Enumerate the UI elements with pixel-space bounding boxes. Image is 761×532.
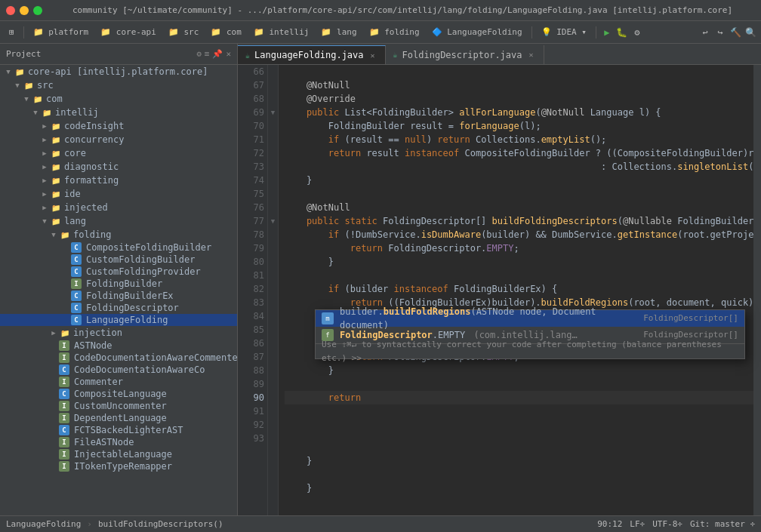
- fold-77[interactable]: ▼: [268, 214, 278, 228]
- sidebar-close-icon[interactable]: ✕: [226, 49, 231, 59]
- sidebar-item-CodeDocumentationAwareCommenter[interactable]: I CodeDocumentationAwareCommenter: [0, 352, 237, 364]
- sidebar-item-diagnostic[interactable]: ▶ 📁 diagnostic: [0, 160, 237, 174]
- code-editor[interactable]: 66 67 68 69 70 71 72 73 74 75 76 77 78 7…: [238, 65, 761, 515]
- autocomplete-item-buildFoldRegions[interactable]: m builder.buildFoldRegions(ASTNode node,…: [316, 310, 744, 327]
- fold-69[interactable]: ▼: [268, 106, 278, 119]
- sidebar-item-Commenter[interactable]: I Commenter: [0, 376, 237, 388]
- sidebar-item-CompositeFoldingBuilder[interactable]: C CompositeFoldingBuilder: [0, 241, 237, 254]
- toolbar-core-api[interactable]: 📁 core-api: [96, 26, 161, 38]
- brace-74: }: [285, 174, 312, 187]
- sidebar-item-FoldingBuilder[interactable]: I FoldingBuilder: [0, 278, 237, 290]
- sidebar-item-ide[interactable]: ▶ 📁 ide: [0, 187, 237, 201]
- fold-92: [268, 418, 278, 432]
- vcs-status[interactable]: Git: master ÷: [690, 519, 755, 529]
- sidebar-item-CustomFoldingBuilder[interactable]: C CustomFoldingBuilder: [0, 254, 237, 266]
- toolbar-folding[interactable]: 📁 folding: [365, 26, 424, 38]
- tree-arrow-FCTSBackedLighterAST: [48, 425, 59, 435]
- sidebar-item-com[interactable]: ▼ 📁 com: [0, 92, 237, 106]
- sidebar-item-ITokenTypeRemapper[interactable]: I ITokenTypeRemapper: [0, 460, 237, 472]
- search-icon[interactable]: 🔍: [744, 26, 756, 38]
- sidebar-label-core-api: core-api [intellij.platform.core]: [28, 66, 208, 77]
- cursor-position[interactable]: 90:12: [597, 519, 622, 529]
- toolbar-com[interactable]: 📁 com: [206, 26, 246, 38]
- minimize-button[interactable]: [20, 6, 29, 15]
- sidebar-item-injected[interactable]: ▶ 📁 injected: [0, 201, 237, 214]
- folder-icon-injection: 📁: [59, 327, 71, 339]
- code-content[interactable]: @NotNull @Override public List<FoldingBu…: [279, 65, 761, 515]
- fold-93: [268, 432, 278, 445]
- line-num-89: 89: [241, 377, 264, 391]
- sidebar-item-src[interactable]: ▼ 📁 src: [0, 78, 237, 92]
- fold-86: [268, 337, 278, 350]
- fold-67: [268, 78, 278, 92]
- line-ending[interactable]: LF÷: [630, 519, 645, 529]
- breadcrumb-1: LanguageFolding: [6, 519, 81, 529]
- line-num-66: 66: [241, 65, 264, 78]
- toolbar-platform[interactable]: 📁 platform: [29, 26, 94, 38]
- toolbar-project[interactable]: ⊞: [5, 26, 19, 38]
- sidebar-expand-icon[interactable]: ≡: [205, 49, 210, 59]
- sidebar-item-core[interactable]: ▶ 📁 core: [0, 146, 237, 160]
- sidebar-item-LanguageFolding[interactable]: C LanguageFolding: [0, 314, 237, 326]
- fn-singletonList-73: singletonList: [677, 160, 748, 174]
- fold-76: [268, 201, 278, 214]
- sidebar-pin-icon[interactable]: 📌: [212, 49, 223, 59]
- sidebar-item-lang[interactable]: ▼ 📁 lang: [0, 214, 237, 228]
- brace-91: }: [285, 454, 312, 468]
- fold-68: [268, 92, 278, 106]
- punct-82b: ) {: [541, 282, 558, 296]
- sidebar-item-injection[interactable]: ▶ 📁 injection: [0, 326, 237, 340]
- fold-90: [268, 391, 278, 404]
- tab-LanguageFolding[interactable]: ☕ LanguageFolding.java ✕: [238, 45, 386, 64]
- file-encoding[interactable]: UTF-8÷: [652, 519, 682, 529]
- sidebar-item-FileASTNode[interactable]: I FileASTNode: [0, 436, 237, 448]
- sidebar-item-FoldingBuilderEx[interactable]: C FoldingBuilderEx: [0, 290, 237, 302]
- sidebar-item-DependentLanguage[interactable]: I DependentLanguage: [0, 412, 237, 424]
- editor-scrollbar[interactable]: [753, 65, 761, 515]
- fn-getInstance-78: getInstance: [618, 228, 677, 241]
- sidebar-item-ASTNode[interactable]: I ASTNode: [0, 340, 237, 352]
- toolbar-src[interactable]: 📁 src: [164, 26, 204, 38]
- sidebar-gear-icon[interactable]: ⚙: [196, 49, 202, 59]
- sidebar-item-folding[interactable]: ▼ 📁 folding: [0, 228, 237, 241]
- sidebar-item-CustomUncommenter[interactable]: I CustomUncommenter: [0, 400, 237, 412]
- autocomplete-popup[interactable]: m builder.buildFoldRegions(ASTNode node,…: [315, 309, 745, 359]
- type-cast-72: CompositeFoldingBuilder: [618, 146, 743, 160]
- line-num-78: 78: [241, 228, 264, 241]
- sidebar-item-formatting[interactable]: ▶ 📁 formatting: [0, 174, 237, 187]
- fn-buildFoldingDescriptors-77: buildFoldingDescriptors: [492, 214, 618, 228]
- debug-icon[interactable]: 🐛: [616, 26, 628, 38]
- kw-public-77: public: [285, 214, 344, 228]
- toolbar-intellij[interactable]: 📁 intellij: [249, 26, 314, 38]
- type-dumbservice-78: DumbService: [356, 228, 415, 241]
- sidebar-item-intellij[interactable]: ▼ 📁 intellij: [0, 106, 237, 119]
- build-icon[interactable]: 🔨: [729, 26, 741, 38]
- line-num-83: 83: [241, 296, 264, 309]
- sidebar-item-InjectableLanguage[interactable]: I InjectableLanguage: [0, 448, 237, 460]
- sidebar-item-FoldingDescriptor[interactable]: C FoldingDescriptor: [0, 302, 237, 314]
- line-numbers: 66 67 68 69 70 71 72 73 74 75 76 77 78 7…: [238, 65, 268, 515]
- sidebar-item-codeInsight[interactable]: ▶ 📁 codeInsight: [0, 119, 237, 133]
- folder-icon-core-api: 📁: [14, 66, 26, 78]
- maximize-button[interactable]: [33, 6, 42, 15]
- sidebar-item-core-api[interactable]: ▼ 📁 core-api [intellij.platform.core]: [0, 65, 237, 78]
- undo-icon[interactable]: ↩: [699, 26, 711, 38]
- sidebar-item-CodeDocumentationAwareCo[interactable]: C CodeDocumentationAwareCo: [0, 364, 237, 376]
- close-button[interactable]: [6, 6, 15, 15]
- tab-close-LanguageFolding[interactable]: ✕: [368, 51, 377, 60]
- tab-close-FoldingDescriptor[interactable]: ✕: [527, 51, 536, 60]
- project-tree: ▼ 📁 core-api [intellij.platform.core] ▼ …: [0, 65, 237, 472]
- settings-icon[interactable]: ⚙: [631, 26, 643, 38]
- redo-icon[interactable]: ↪: [714, 26, 726, 38]
- sidebar-item-CompositeLanguage[interactable]: C CompositeLanguage: [0, 388, 237, 400]
- sidebar-item-FCTSBackedLighterAST[interactable]: C FCTSBackedLighterAST: [0, 424, 237, 436]
- type-collections-73: Collections: [612, 160, 671, 174]
- run-icon[interactable]: ▶: [601, 26, 613, 38]
- toolbar-languagefolding[interactable]: 🔷 LanguageFolding: [427, 26, 527, 38]
- sidebar-item-concurrency[interactable]: ▶ 📁 concurrency: [0, 133, 237, 146]
- toolbar-lang[interactable]: 📁 lang: [316, 26, 361, 38]
- toolbar-idea[interactable]: 💡 IDEA ▾: [537, 26, 591, 38]
- sidebar-item-CustomFoldingProvider[interactable]: C CustomFoldingProvider: [0, 266, 237, 278]
- fold-71: [268, 133, 278, 146]
- tab-FoldingDescriptor[interactable]: ☕ FoldingDescriptor.java ✕: [386, 45, 544, 64]
